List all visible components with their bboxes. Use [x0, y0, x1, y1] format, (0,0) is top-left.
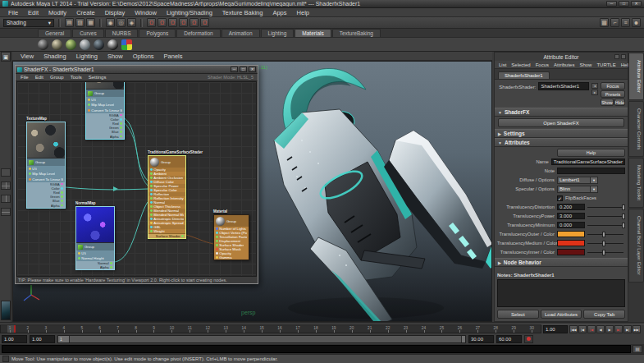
node-input-port[interactable]: Convert To Linear S	[86, 108, 124, 113]
frame-tick[interactable]: 11	[180, 325, 199, 333]
snap-to-projected-center-icon[interactable]: Ω	[179, 18, 188, 27]
select-button[interactable]: Select	[497, 310, 539, 319]
layout-single-pane-button[interactable]	[1, 168, 11, 177]
frame-tick[interactable]: 15	[253, 325, 271, 333]
color-slider[interactable]	[587, 231, 625, 237]
play-forwards-button[interactable]: ▶	[605, 325, 614, 333]
ae-menu-item[interactable]: Show	[577, 62, 594, 67]
section-node-behavior[interactable]: ▶ Node Behavior	[495, 258, 628, 267]
frame-tick[interactable]: 16	[271, 325, 289, 333]
sidebar-tab[interactable]: Attribute Editor	[628, 53, 644, 100]
sidebar-tab[interactable]: Channel Box / Layer Editor	[628, 209, 644, 283]
name-field[interactable]: TraditionalGameSurfaceShader	[551, 159, 625, 165]
value-slider[interactable]	[587, 204, 625, 210]
node-output-port[interactable]: Alpha	[86, 134, 124, 138]
specular-options-dropdown[interactable]: Blinn▼	[557, 186, 598, 193]
panel-menu-item[interactable]: Lighting	[71, 53, 103, 60]
menu-item[interactable]: Edit	[23, 9, 43, 16]
menu-set-dropdown[interactable]: Shading▾	[3, 19, 54, 27]
pin-icon[interactable]	[614, 54, 619, 59]
color-swatch[interactable]	[557, 240, 585, 246]
node-material[interactable]: Material Group Number of LightsObject Ve…	[213, 214, 249, 260]
ae-menu-item[interactable]: Selected	[509, 62, 532, 67]
go-to-end-button[interactable]: ▶▶|	[633, 325, 641, 333]
save-scene-icon[interactable]: ▦	[86, 18, 95, 27]
shaderfx-close-button[interactable]: ✕	[249, 67, 256, 72]
frame-tick[interactable]: 6	[91, 325, 109, 333]
current-frame-marker[interactable]	[7, 325, 16, 333]
value-slider[interactable]	[587, 222, 625, 228]
script-editor-icon[interactable]: ▤	[633, 345, 642, 353]
material-camo-sphere-icon[interactable]	[66, 39, 76, 50]
shaderfx-menu-item[interactable]: File	[17, 75, 32, 80]
shaderfx-menu-item[interactable]: Tools	[67, 75, 85, 80]
snap-to-points-icon[interactable]: Ω	[168, 18, 177, 27]
shaderfx-menu-item[interactable]: Group	[47, 75, 67, 80]
frame-selection-icon[interactable]: ⌐	[610, 18, 619, 27]
playback-end-field[interactable]: 30.00	[468, 335, 494, 343]
color-swatch[interactable]	[557, 231, 585, 237]
frame-tick[interactable]: 2	[19, 325, 37, 333]
flipbackfaces-checkbox[interactable]: ✓	[557, 195, 563, 201]
step-back-frame-button[interactable]: |◀	[578, 325, 587, 333]
frame-tick[interactable]: 12	[199, 325, 217, 333]
menu-item[interactable]: Apps	[267, 9, 291, 16]
step-forward-key-button[interactable]: ▶|	[614, 325, 623, 333]
frame-tick[interactable]: 4	[55, 325, 73, 333]
material-env-sphere-icon[interactable]	[107, 39, 118, 50]
shaderfx-title-bar[interactable]: ShaderFX - ShaderfxShader1 ─ □ ✕	[16, 66, 258, 74]
section-shaderfx[interactable]: ▼ ShaderFX	[495, 108, 628, 117]
menu-item[interactable]: Window	[130, 9, 162, 16]
command-input[interactable]	[2, 345, 631, 353]
panel-menu-item[interactable]: Shading	[39, 53, 71, 60]
panel-menu-item[interactable]: Show	[103, 53, 128, 60]
frame-tick[interactable]: 9	[145, 325, 163, 333]
frame-tick[interactable]: 23	[397, 325, 415, 333]
ae-menu-item[interactable]: Attributes	[551, 62, 577, 67]
menu-item[interactable]: File	[3, 9, 23, 16]
select-component-icon[interactable]: ◈	[127, 18, 136, 27]
play-backwards-button[interactable]: ◀	[596, 325, 605, 333]
show-button[interactable]: Show	[601, 99, 614, 106]
ae-menu-item[interactable]: TURTLE	[594, 62, 618, 67]
frame-tick[interactable]: 22	[379, 325, 397, 333]
ae-menu-item[interactable]: Focus	[533, 62, 551, 67]
tab-shaderfxshader1[interactable]: ShaderfxShader1	[498, 71, 550, 79]
uv-checker-icon[interactable]	[121, 39, 132, 50]
channel-box-toggle-icon[interactable]: ≡	[621, 18, 630, 27]
layout-two-pane-side-button[interactable]	[1, 195, 11, 203]
frame-tick[interactable]: 7	[109, 325, 127, 333]
frame-tick[interactable]: 13	[217, 325, 235, 333]
frame-tick[interactable]: 17	[289, 325, 307, 333]
section-attributes[interactable]: ▼ Attributes	[495, 138, 628, 147]
step-back-key-button[interactable]: |◀	[587, 325, 596, 333]
frame-tick[interactable]: 30	[523, 325, 541, 333]
value-field[interactable]: 0.200	[557, 204, 585, 210]
shelf-tab[interactable]: Curves	[72, 29, 104, 37]
range-track[interactable]: 1	[57, 335, 466, 343]
new-scene-icon[interactable]: ▤	[65, 18, 74, 27]
notes-textarea[interactable]	[497, 279, 625, 307]
frame-tick[interactable]: 21	[361, 325, 379, 333]
frame-tick[interactable]: 24	[415, 325, 433, 333]
node-input-port[interactable]: Gamma	[214, 255, 249, 260]
shelf-tab[interactable]: Materials	[295, 29, 331, 37]
color-slider[interactable]	[587, 240, 625, 246]
animation-end-field[interactable]: 60.00	[496, 335, 522, 343]
shelf-tab[interactable]: Animation	[222, 29, 260, 37]
node-graph-canvas[interactable]: Group UVMip Map LevelConvert To Linear S…	[16, 81, 257, 277]
copy-tab-button[interactable]: Copy Tab	[583, 310, 625, 319]
frame-tick[interactable]: 27	[468, 325, 486, 333]
material-dark-sphere-icon[interactable]	[94, 39, 104, 50]
ae-menu-item[interactable]: List	[496, 62, 509, 67]
timeline-ticks[interactable]: 1234567891011121314151617181920212223242…	[0, 324, 541, 333]
playback-start-field[interactable]: 1.00	[30, 335, 55, 343]
snap-to-view-planes-icon[interactable]: Ω	[190, 18, 199, 27]
open-scene-icon[interactable]: ▨	[75, 18, 84, 27]
layout-four-pane-button[interactable]	[1, 182, 11, 190]
make-live-icon[interactable]: Ω	[200, 18, 209, 27]
close-button[interactable]: ✕	[631, 1, 642, 7]
load-attributes-button[interactable]: Load Attributes	[541, 310, 582, 319]
open-shaderfx-button[interactable]: Open ShaderFX	[498, 118, 624, 127]
panel-menu-item[interactable]: View	[16, 53, 39, 60]
